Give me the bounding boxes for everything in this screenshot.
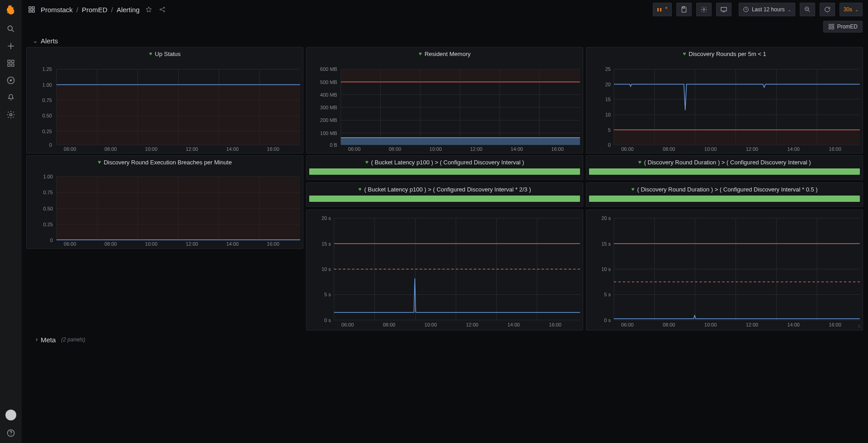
- svg-text:06:00: 06:00: [621, 146, 633, 151]
- svg-rect-75: [341, 69, 580, 82]
- panel-up-status[interactable]: ♥Up Status: [26, 47, 303, 154]
- breadcrumb-page[interactable]: Alerting: [117, 6, 140, 14]
- svg-point-21: [163, 11, 165, 12]
- refresh-button[interactable]: [820, 3, 835, 16]
- settings-button[interactable]: [696, 3, 712, 16]
- search-icon[interactable]: [6, 24, 15, 33]
- svg-text:10 s: 10 s: [601, 266, 611, 272]
- breadcrumb[interactable]: Promstack / PromED / Alerting: [41, 6, 140, 14]
- add-panel-button[interactable]: ⫾⫾+: [653, 3, 672, 16]
- svg-text:0.25: 0.25: [42, 129, 52, 134]
- breadcrumb-folder[interactable]: Promstack: [41, 6, 73, 14]
- svg-line-31: [808, 10, 810, 12]
- svg-text:14:00: 14:00: [511, 146, 523, 151]
- svg-rect-5: [12, 60, 14, 62]
- svg-text:5 s: 5 s: [324, 292, 331, 297]
- panel-bucket-p100[interactable]: ♥( Bucket Latency p100 ) > ( Configured …: [306, 155, 583, 180]
- svg-line-22: [161, 8, 163, 9]
- breadcrumb-sub[interactable]: PromED: [82, 6, 108, 14]
- tv-mode-button[interactable]: [716, 3, 731, 16]
- svg-text:08:00: 08:00: [104, 241, 117, 247]
- alerting-icon[interactable]: [6, 93, 15, 102]
- svg-point-11: [10, 114, 12, 116]
- svg-point-0: [8, 26, 12, 30]
- share-icon[interactable]: [158, 5, 167, 14]
- svg-rect-4: [8, 60, 10, 62]
- svg-text:0.50: 0.50: [42, 113, 52, 118]
- row-meta-header[interactable]: ⌄ Meta (2 panels): [26, 333, 863, 346]
- heart-icon: ♥: [631, 186, 634, 192]
- heart-icon: ♥: [683, 51, 686, 57]
- svg-text:20: 20: [605, 82, 611, 87]
- alert-state-bar: [589, 168, 860, 175]
- svg-text:200 MB: 200 MB: [320, 117, 337, 123]
- heart-icon: ♥: [149, 51, 152, 57]
- svg-text:16:00: 16:00: [829, 146, 841, 151]
- svg-text:15 s: 15 s: [321, 241, 331, 247]
- svg-text:14:00: 14:00: [226, 146, 239, 151]
- panel-discovery-rounds[interactable]: ♥Discovery Rounds per 5m < 1: [586, 47, 863, 154]
- svg-rect-6: [8, 64, 10, 66]
- svg-text:16:00: 16:00: [549, 322, 561, 327]
- svg-text:10:00: 10:00: [704, 322, 717, 327]
- row-alerts-header[interactable]: ⌄ Alerts: [26, 34, 863, 47]
- svg-text:10:00: 10:00: [704, 146, 717, 151]
- panel-drd-ci-05[interactable]: ♥( Discovery Round Duration ) > ( Config…: [586, 182, 863, 207]
- explore-icon[interactable]: [6, 76, 15, 85]
- svg-text:1.25: 1.25: [42, 66, 52, 72]
- svg-text:16:00: 16:00: [829, 322, 841, 327]
- svg-marker-18: [146, 7, 151, 12]
- svg-text:10:00: 10:00: [429, 146, 442, 151]
- svg-text:06:00: 06:00: [64, 241, 76, 247]
- time-range-picker[interactable]: Last 12 hours ⌄: [739, 3, 795, 16]
- star-icon[interactable]: [144, 5, 153, 14]
- svg-point-13: [10, 434, 11, 435]
- plus-icon[interactable]: [6, 42, 15, 51]
- svg-text:10: 10: [605, 112, 611, 117]
- svg-text:0: 0: [50, 238, 53, 243]
- svg-text:14:00: 14:00: [226, 241, 239, 247]
- panel-breaches[interactable]: ♥Discovery Round Execution Breaches per …: [26, 155, 303, 249]
- svg-rect-104: [614, 130, 860, 145]
- save-button[interactable]: [676, 3, 692, 16]
- panel-bucket-p100-23[interactable]: ♥( Bucket Latency p100 ) > ( Configured …: [306, 182, 583, 207]
- svg-rect-34: [829, 27, 830, 29]
- svg-text:12:00: 12:00: [466, 322, 478, 327]
- link-promed[interactable]: PromED: [823, 21, 863, 33]
- svg-rect-48: [57, 85, 300, 145]
- svg-text:600 MB: 600 MB: [320, 66, 337, 72]
- grafana-logo-icon[interactable]: [5, 4, 17, 16]
- zoom-out-button[interactable]: [800, 3, 815, 16]
- svg-text:20 s: 20 s: [321, 215, 331, 221]
- refresh-interval-picker[interactable]: 30s⌄: [840, 3, 863, 16]
- resize-handle-icon[interactable]: ⠿: [858, 324, 861, 329]
- svg-marker-9: [10, 79, 12, 82]
- svg-text:12:00: 12:00: [186, 241, 198, 247]
- refresh-interval-label: 30s: [844, 6, 852, 13]
- help-icon[interactable]: [6, 429, 15, 438]
- dashboards-icon[interactable]: [6, 59, 15, 68]
- svg-text:1.00: 1.00: [42, 82, 52, 88]
- heart-icon: ♥: [359, 186, 362, 192]
- svg-text:300 MB: 300 MB: [320, 105, 337, 110]
- topbar: Promstack / PromED / Alerting ⫾⫾+ Last 1…: [22, 0, 868, 19]
- config-gear-icon[interactable]: [6, 110, 15, 119]
- svg-point-25: [703, 9, 705, 10]
- home-dashboards-icon[interactable]: [27, 5, 36, 14]
- svg-rect-16: [29, 10, 31, 12]
- time-range-label: Last 12 hours: [752, 6, 785, 13]
- svg-rect-77: [341, 138, 580, 145]
- panel-resident-memory[interactable]: ♥Resident Memory: [306, 47, 583, 154]
- svg-text:12:00: 12:00: [186, 146, 198, 151]
- svg-text:20 s: 20 s: [601, 215, 611, 221]
- panel-bucket-latency-chart[interactable]: 20 s 15 s 10 s 5 s 0 s 06:00 08:00 10:00…: [306, 210, 583, 331]
- panel-drd-chart[interactable]: 20 s 15 s 10 s 5 s 0 s 06:00 08:00 10:00…: [586, 210, 863, 331]
- user-avatar[interactable]: [5, 410, 16, 420]
- svg-point-20: [163, 7, 165, 9]
- svg-text:14:00: 14:00: [508, 322, 520, 327]
- svg-text:16:00: 16:00: [267, 146, 279, 151]
- svg-text:0: 0: [49, 142, 52, 148]
- panel-drd-ci[interactable]: ♥( Discovery Round Duration ) > ( Config…: [586, 155, 863, 180]
- heart-icon: ♥: [98, 159, 101, 165]
- svg-text:08:00: 08:00: [663, 146, 675, 151]
